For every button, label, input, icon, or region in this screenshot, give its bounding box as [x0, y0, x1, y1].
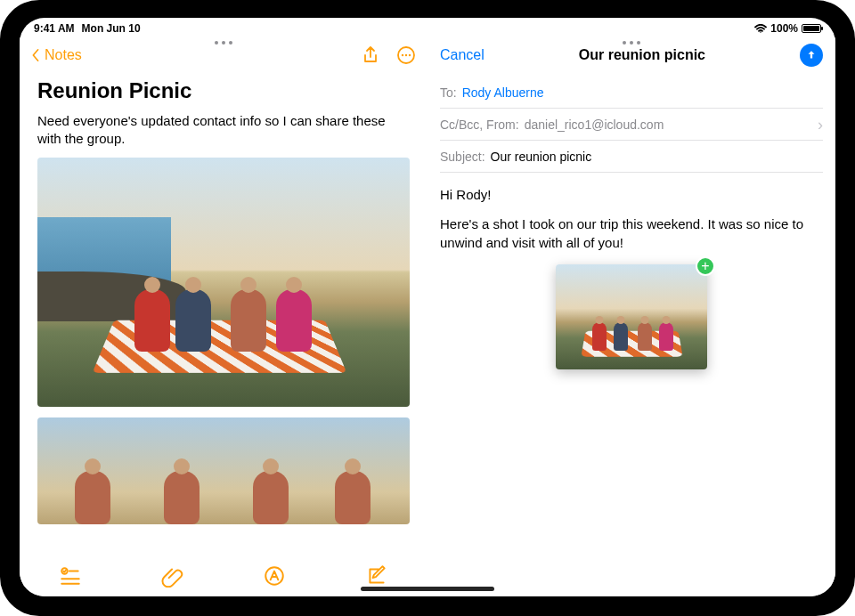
note-title: Reunion Picnic — [37, 78, 410, 103]
ipad-frame: 9:41 AM Mon Jun 10 100% Notes — [0, 0, 855, 616]
multitask-control-left[interactable] — [210, 41, 237, 52]
from-address: daniel_rico1@icloud.com — [525, 118, 664, 132]
note-attachment-photo-1[interactable] — [37, 158, 410, 407]
subject-field[interactable]: Subject: Our reunion picnic — [440, 141, 823, 173]
markup-button[interactable] — [263, 564, 286, 588]
battery-icon — [802, 24, 821, 33]
status-time: 9:41 AM — [34, 22, 75, 35]
wifi-icon — [754, 24, 767, 33]
note-attachment-photo-2[interactable] — [37, 417, 410, 524]
share-button[interactable] — [360, 45, 381, 66]
screen: 9:41 AM Mon Jun 10 100% Notes — [20, 18, 835, 596]
compose-button[interactable] — [365, 564, 388, 588]
send-button[interactable] — [800, 44, 823, 67]
status-date: Mon Jun 10 — [82, 22, 141, 35]
checklist-button[interactable] — [59, 564, 82, 588]
notes-content[interactable]: Reunion Picnic Need everyone's updated c… — [20, 73, 428, 557]
mail-greeting: Hi Rody! — [440, 185, 823, 204]
notes-back-button[interactable]: Notes — [30, 47, 82, 63]
svg-point-4 — [409, 54, 411, 56]
add-contact-button[interactable]: › — [818, 117, 823, 133]
to-recipient[interactable]: Rody Albuerne — [462, 85, 544, 100]
svg-point-6 — [266, 567, 284, 585]
chevron-left-icon — [30, 48, 41, 62]
mail-body-editor[interactable]: Hi Rody! Here's a shot I took on our tri… — [428, 173, 835, 382]
home-indicator[interactable] — [361, 587, 494, 591]
subject-label: Subject: — [440, 150, 485, 164]
cc-label: Cc/Bcc, From: — [440, 118, 519, 132]
checklist-icon — [59, 564, 82, 588]
svg-point-2 — [402, 54, 403, 56]
svg-point-3 — [405, 54, 407, 56]
split-view: Notes Reunion Picnic Need everyone's upd… — [20, 37, 835, 596]
ellipsis-circle-icon — [395, 45, 417, 66]
mail-paragraph: Here's a shot I took on our trip this we… — [440, 215, 823, 252]
plus-icon: + — [701, 259, 709, 273]
notes-back-label: Notes — [45, 47, 82, 63]
mail-header-fields: To: Rody Albuerne Cc/Bcc, From: daniel_r… — [428, 73, 835, 173]
drop-add-badge: + — [696, 256, 715, 276]
dragged-photo-thumbnail[interactable]: + — [556, 264, 707, 369]
compose-icon — [365, 564, 388, 588]
subject-value: Our reunion picnic — [491, 150, 592, 164]
status-bar: 9:41 AM Mon Jun 10 100% — [20, 18, 835, 37]
to-label: To: — [440, 85, 457, 100]
markup-icon — [263, 564, 286, 588]
mail-compose-pane: Cancel Our reunion picnic To: Rody Albue… — [428, 37, 835, 596]
attach-button[interactable] — [161, 564, 184, 588]
cc-bcc-from-field[interactable]: Cc/Bcc, From: daniel_rico1@icloud.com › — [440, 109, 823, 141]
note-paragraph: Need everyone's updated contact info so … — [37, 112, 410, 149]
notes-app-pane: Notes Reunion Picnic Need everyone's upd… — [20, 37, 428, 596]
multitask-control-right[interactable] — [618, 41, 645, 52]
to-field[interactable]: To: Rody Albuerne — [440, 77, 823, 109]
share-icon — [360, 45, 381, 66]
arrow-up-icon — [805, 49, 818, 61]
paperclip-icon — [161, 564, 184, 588]
cancel-button[interactable]: Cancel — [440, 47, 484, 63]
svg-point-0 — [760, 31, 761, 33]
battery-percent: 100% — [770, 22, 798, 35]
more-button[interactable] — [395, 45, 417, 66]
